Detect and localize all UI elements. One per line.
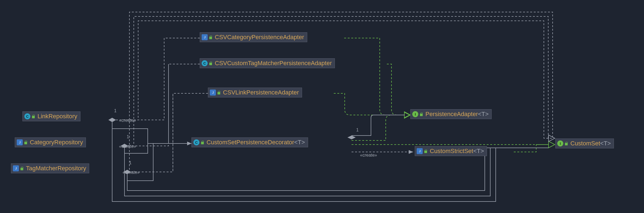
edge [131, 93, 173, 172]
class-name: CSVCategoryPersistenceAdapter [215, 34, 304, 41]
type-parameter: <T> [473, 148, 484, 155]
aggregation-diamond [108, 118, 116, 122]
stereotype-label: «create» [359, 153, 378, 158]
dependency-arrowhead [409, 150, 413, 154]
lock-icon [24, 140, 28, 144]
stereotype-label: «create» [122, 170, 140, 175]
multiplicity-label: 1 [126, 134, 130, 139]
edge [173, 93, 208, 170]
class-node-custom-set-persistence-decorator[interactable]: C CustomSetPersistenceDecorator<T> [192, 137, 308, 147]
class-node-csv-custom-tag-matcher-persistence-adapter[interactable]: C CSVCustomTagMatcherPersistenceAdapter [200, 58, 335, 68]
class-name: CSVLinkPersistenceAdapter [223, 89, 299, 96]
realization-arrowhead [404, 112, 410, 118]
lock-icon [209, 61, 213, 65]
arrowhead [187, 142, 192, 145]
class-node-csv-category-persistence-adapter[interactable]: J CSVCategoryPersistenceAdapter [200, 32, 307, 42]
interface-node-persistence-adapter[interactable]: I PersistenceAdapter<T> [410, 109, 492, 119]
edge [134, 16, 548, 144]
class-node-custom-strict-set[interactable]: J CustomStrictSet<T> [415, 146, 487, 156]
class-name: PersistenceAdapter [425, 111, 478, 118]
stereotype-label: «create» [118, 118, 137, 123]
edge-association [352, 115, 404, 136]
multiplicity-label: 1 [129, 160, 132, 165]
java-file-icon: J [417, 148, 423, 154]
lock-icon [217, 91, 221, 94]
type-parameter: <T> [294, 139, 305, 146]
lock-icon [209, 35, 213, 39]
lock-icon [424, 149, 428, 153]
interface-icon: I [412, 111, 418, 117]
edge-create [112, 122, 192, 143]
java-file-icon: J [210, 90, 216, 96]
edge-realization [344, 38, 404, 115]
arrowhead [549, 135, 555, 142]
class-node-tag-matcher-repository[interactable]: J TagMatcherRepository [11, 163, 89, 173]
class-name: TagMatcherRepository [26, 165, 86, 172]
uml-class-diagram: 1 «create» 1 «create» 1 «create» 1 «crea… [0, 0, 644, 213]
edge-realization [514, 145, 549, 152]
type-parameter: <T> [478, 111, 489, 118]
lock-icon [564, 142, 568, 145]
class-name: CustomStrictSet [430, 148, 473, 155]
class-icon: C [193, 139, 199, 145]
class-name: CategoryRepository [30, 139, 83, 146]
edge [164, 38, 200, 118]
type-parameter: <T> [600, 140, 611, 147]
aggregation-diamond [347, 136, 356, 139]
interface-icon: I [557, 140, 563, 146]
class-node-category-repository[interactable]: J CategoryRepository [15, 137, 86, 147]
class-node-link-repository[interactable]: C LinkRepository [22, 111, 80, 121]
interface-node-custom-set[interactable]: I CustomSet<T> [555, 139, 614, 148]
lock-icon [201, 140, 204, 144]
stereotype-label: «create» [118, 144, 137, 149]
java-file-icon: J [202, 34, 208, 40]
class-name: LinkRepository [37, 113, 77, 120]
edge [128, 64, 169, 146]
class-node-csv-link-persistence-adapter[interactable]: J CSVLinkPersistenceAdapter [208, 88, 302, 97]
edge [116, 38, 164, 120]
edge-realization [387, 64, 404, 115]
edge-create [127, 143, 192, 181]
edge-realization [334, 93, 404, 115]
diagram-edges [0, 0, 644, 213]
class-icon: C [24, 113, 30, 119]
class-icon: C [202, 60, 208, 66]
edge [169, 64, 200, 144]
realization-arrowhead [549, 141, 555, 148]
lock-icon [419, 112, 423, 116]
lock-icon [31, 114, 35, 118]
multiplicity-label: 1 [114, 108, 117, 113]
multiplicity-label: 1 [356, 128, 359, 133]
java-file-icon: J [13, 165, 19, 171]
edge-realization [352, 115, 404, 140]
class-name: CustomSetPersistenceDecorator [207, 139, 294, 146]
class-name: CSVCustomTagMatcherPersistenceAdapter [215, 60, 332, 67]
java-file-icon: J [17, 139, 23, 145]
class-name: CustomSet [570, 140, 600, 147]
realization-arrowhead [404, 112, 410, 118]
lock-icon [20, 166, 24, 170]
edge-association [112, 122, 549, 202]
